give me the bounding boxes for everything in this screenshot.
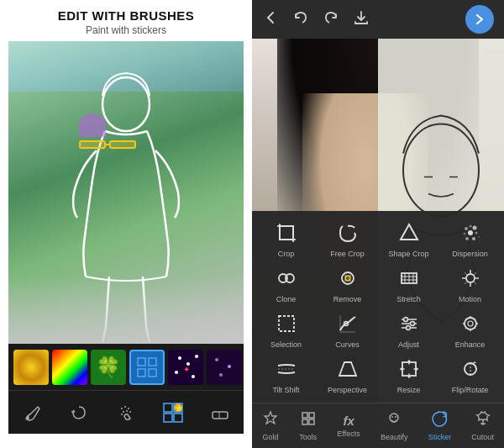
left-bottom-toolbar: ⭐ (8, 390, 244, 434)
svg-rect-19 (213, 412, 228, 419)
remove-icon (333, 263, 363, 293)
tool-tilt-shift[interactable]: Tilt Shift (261, 354, 312, 394)
enhance-icon (455, 308, 486, 339)
svg-point-34 (478, 236, 480, 238)
selection-icon (271, 308, 302, 339)
svg-rect-16 (174, 414, 182, 422)
back-button[interactable] (262, 9, 279, 30)
nav-gold[interactable]: Gold (259, 410, 282, 441)
active-sticker-brush-icon[interactable]: ⭐ (156, 396, 190, 430)
dark-dot-1 (215, 358, 218, 361)
tool-remove[interactable]: Remove (323, 263, 373, 303)
sticker-dark[interactable] (207, 350, 242, 385)
svg-rect-15 (164, 414, 172, 422)
tools-nav-icon (300, 410, 317, 431)
sticker-sparkle[interactable]: ✦ (168, 350, 203, 385)
svg-point-26 (465, 227, 468, 230)
svg-point-0 (102, 77, 150, 131)
undo-button[interactable] (292, 9, 309, 30)
forward-button[interactable] (465, 5, 494, 34)
left-glasses (79, 140, 106, 149)
tool-enhance[interactable]: Enhance (445, 308, 496, 349)
ground-sparkle (8, 277, 244, 344)
svg-text:⭐: ⭐ (176, 404, 183, 412)
svg-point-8 (128, 408, 129, 409)
paint-brush-icon[interactable] (15, 396, 49, 430)
tool-clone[interactable]: Clone (261, 263, 312, 303)
tools-row-2: Clone Remove (255, 263, 501, 303)
clone-icon (271, 263, 302, 293)
clover-emoji: 🍀 (96, 356, 121, 379)
beautify-nav-label: Beautify (381, 433, 408, 441)
tool-resize[interactable]: Resize (384, 354, 434, 394)
svg-rect-13 (164, 403, 172, 412)
tools-grid: Crop Free Crop (252, 211, 504, 403)
crop-label: Crop (278, 250, 295, 258)
tool-motion[interactable]: Motion (445, 263, 496, 303)
sticker-gold[interactable] (13, 350, 49, 385)
redo-button[interactable] (323, 9, 339, 30)
tools-nav-label: Tools (299, 433, 317, 441)
right-glasses (109, 140, 136, 149)
nav-left-icons (262, 9, 370, 30)
sparkle-dot-4 (192, 375, 195, 378)
tools-row-4: Tilt Shift Perspective (255, 354, 501, 394)
gold-nav-label: Gold (263, 433, 279, 441)
sticker-selected[interactable] (129, 350, 165, 385)
svg-rect-2 (149, 358, 156, 366)
tool-crop[interactable]: Crop (261, 218, 312, 258)
left-header: EDIT WITH BRUSHES Paint with stickers (50, 0, 203, 41)
perspective-label: Perspective (328, 386, 367, 394)
adjust-label: Adjust (398, 340, 419, 349)
sticker-clover[interactable]: 🍀 (91, 350, 126, 385)
dark-dot-2 (228, 365, 231, 368)
resize-label: Resize (397, 386, 421, 394)
nav-tools[interactable]: Tools (296, 410, 320, 441)
perspective-icon (333, 354, 363, 384)
svg-point-30 (468, 230, 473, 235)
enhance-label: Enhance (455, 340, 486, 349)
stretch-label: Stretch (396, 295, 421, 303)
eraser-icon[interactable] (203, 396, 237, 430)
nav-cutout[interactable]: Cutout (468, 410, 497, 441)
svg-point-29 (463, 233, 465, 235)
right-image-area: Crop Free Crop (252, 39, 504, 403)
svg-point-10 (126, 410, 128, 412)
tool-selection[interactable]: Selection (261, 308, 312, 349)
motion-label: Motion (459, 295, 481, 303)
tool-flip-rotate[interactable]: Flip/Rotate (445, 354, 496, 394)
svg-point-53 (406, 326, 410, 330)
lasso-brush-icon[interactable] (62, 396, 96, 430)
tool-shape-crop[interactable]: Shape Crop (384, 218, 434, 258)
tool-curves[interactable]: Curves (323, 308, 373, 349)
nav-sticker[interactable]: Sticker (425, 410, 455, 441)
svg-rect-60 (302, 413, 307, 418)
svg-rect-61 (309, 413, 314, 418)
sticker-nav-icon (431, 410, 448, 431)
dispersion-icon (455, 218, 486, 248)
curves-icon (333, 308, 363, 339)
left-subtitle: Paint with stickers (58, 24, 195, 36)
stretch-icon (394, 263, 424, 293)
left-image-area (8, 41, 244, 344)
beautify-nav-icon (386, 410, 402, 431)
download-button[interactable] (353, 9, 370, 30)
tilt-shift-label: Tilt Shift (272, 386, 299, 394)
tool-adjust[interactable]: Adjust (384, 308, 434, 349)
shape-crop-label: Shape Crop (388, 250, 428, 258)
svg-point-6 (121, 408, 123, 409)
tool-dispersion[interactable]: Dispersion (445, 218, 496, 258)
tool-stretch[interactable]: Stretch (384, 263, 434, 303)
nav-beautify[interactable]: Beautify (377, 410, 412, 441)
tool-free-crop[interactable]: Free Crop (323, 218, 373, 258)
sticker-rainbow[interactable] (52, 350, 87, 385)
tool-perspective[interactable]: Perspective (323, 354, 373, 394)
sticker-nav-label: Sticker (428, 433, 452, 441)
flip-rotate-icon (455, 354, 486, 384)
tools-row-3: Selection Curves (255, 308, 501, 349)
cutout-nav-label: Cutout (471, 433, 494, 441)
nav-effects[interactable]: fx Effects (333, 414, 363, 438)
spray-icon[interactable] (109, 396, 143, 430)
svg-point-9 (123, 411, 124, 413)
svg-point-55 (468, 321, 473, 326)
